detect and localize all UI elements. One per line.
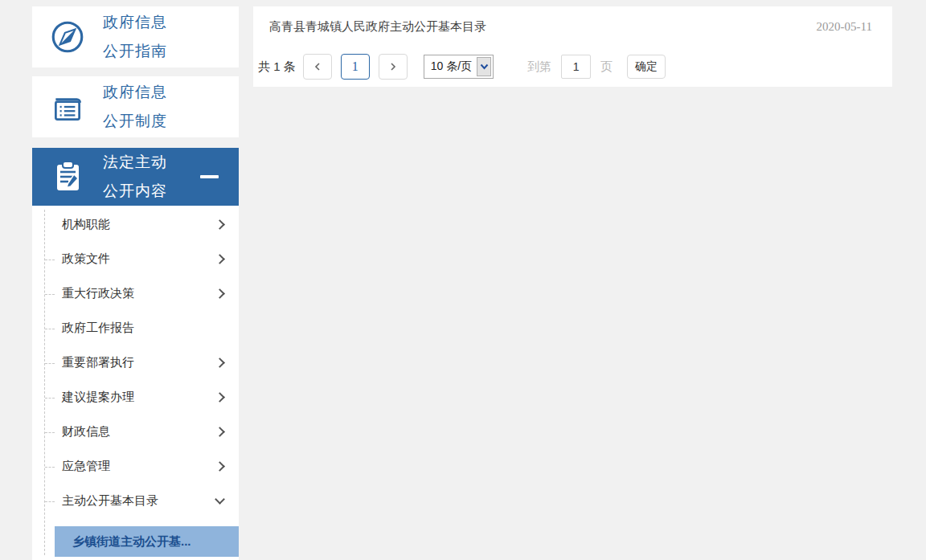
submenu-active-child-township-catalog[interactable]: 乡镇街道主动公开基... [55, 526, 239, 557]
prev-page-button[interactable] [303, 54, 332, 80]
total-count-label: 共 1 条 [258, 59, 296, 75]
book-icon [32, 88, 103, 125]
submenu-label: 政府工作报告 [62, 321, 134, 336]
sidebar-submenu: 机构职能 政策文件 重大行政决策 政府工作报告 重要部署执行 建议提案办理 [32, 206, 239, 560]
page: 政府信息 公开指南 政府信息 公开制度 [0, 0, 926, 560]
submenu-item-deployment-execution[interactable]: 重要部署执行 [32, 345, 239, 380]
compass-icon [32, 18, 103, 55]
main-content: 高青县青城镇人民政府主动公开基本目录 2020-05-11 共 1 条 1 10… [253, 6, 892, 87]
pagination-bar: 共 1 条 1 10 条/页 [253, 47, 892, 87]
next-icon [389, 62, 397, 72]
chevron-right-icon [215, 219, 225, 230]
submenu-item-basic-catalog[interactable]: 主动公开基本目录 [32, 484, 239, 518]
submenu-item-emergency-management[interactable]: 应急管理 [32, 449, 239, 484]
prev-icon [313, 62, 322, 72]
select-arrow-icon [477, 57, 491, 76]
goto-page-group: 到第 页 [527, 55, 613, 79]
goto-suffix-label: 页 [600, 59, 613, 75]
chevron-right-icon [215, 461, 225, 472]
submenu-label: 重大行政决策 [62, 286, 134, 301]
sidebar-item-system[interactable]: 政府信息 公开制度 [32, 76, 239, 137]
next-page-button[interactable] [379, 54, 408, 80]
submenu-label: 应急管理 [62, 459, 110, 474]
submenu-item-major-decisions[interactable]: 重大行政决策 [32, 276, 239, 311]
submenu-label: 建议提案办理 [62, 390, 134, 405]
submenu-label: 政策文件 [62, 251, 110, 267]
chevron-right-icon [215, 254, 225, 264]
sidebar-item-legal-label: 法定主动 公开内容 [103, 148, 167, 206]
submenu-item-organization[interactable]: 机构职能 [32, 207, 239, 242]
collapse-minus-icon[interactable] [200, 175, 219, 178]
submenu-item-work-report[interactable]: 政府工作报告 [32, 311, 239, 345]
submenu-label: 机构职能 [62, 217, 110, 232]
sidebar-item-guide-label: 政府信息 公开指南 [103, 8, 167, 66]
page-size-select[interactable]: 10 条/页 [424, 55, 494, 79]
page-number-button[interactable]: 1 [341, 54, 370, 80]
submenu-label: 财政信息 [62, 424, 110, 439]
chevron-right-icon [215, 392, 225, 403]
goto-page-input[interactable] [561, 55, 591, 79]
active-child-label: 乡镇街道主动公开基... [72, 534, 191, 548]
submenu-item-proposals-handling[interactable]: 建议提案办理 [32, 380, 239, 415]
chevron-down-icon [215, 494, 225, 505]
confirm-button[interactable]: 确定 [627, 55, 666, 79]
list-row: 高青县青城镇人民政府主动公开基本目录 2020-05-11 [253, 6, 892, 47]
submenu-label: 重要部署执行 [62, 355, 134, 370]
chevron-right-icon [215, 288, 225, 299]
chevron-right-icon [215, 427, 225, 437]
sidebar: 政府信息 公开指南 政府信息 公开制度 [32, 6, 239, 560]
page-size-value: 10 条/页 [424, 59, 477, 74]
list-item-date: 2020-05-11 [817, 20, 872, 34]
sidebar-item-legal-disclosure[interactable]: 法定主动 公开内容 [32, 148, 239, 206]
chevron-right-icon [215, 358, 225, 368]
submenu-label: 主动公开基本目录 [62, 493, 158, 509]
list-item-title[interactable]: 高青县青城镇人民政府主动公开基本目录 [269, 19, 486, 35]
sidebar-item-system-label: 政府信息 公开制度 [103, 78, 167, 136]
sidebar-item-guide[interactable]: 政府信息 公开指南 [32, 6, 239, 67]
submenu-item-fiscal-info[interactable]: 财政信息 [32, 415, 239, 449]
submenu-item-policy-documents[interactable]: 政策文件 [32, 242, 239, 276]
clipboard-pencil-icon [32, 158, 103, 195]
goto-prefix-label: 到第 [527, 59, 551, 75]
